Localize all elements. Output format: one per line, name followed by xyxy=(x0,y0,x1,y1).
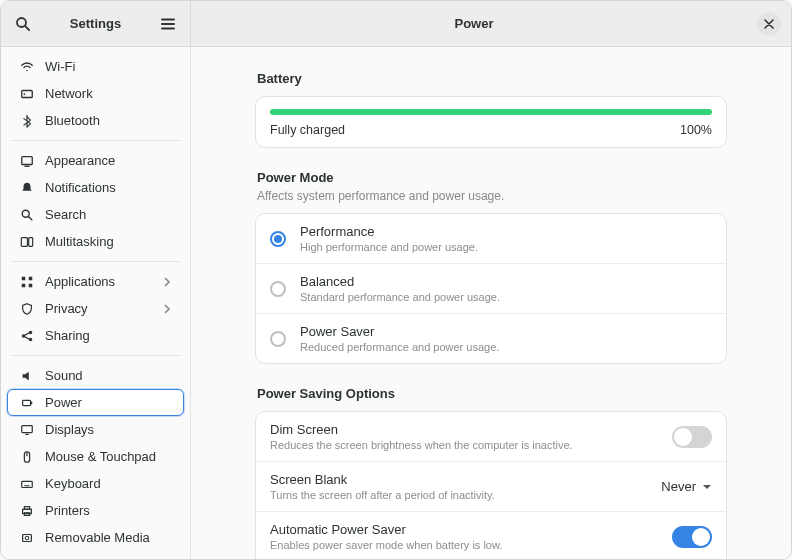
sidebar-item-label: Appearance xyxy=(45,153,172,168)
printers-icon xyxy=(19,504,35,518)
auto-power-saver-row[interactable]: Automatic Power Saver Enables power save… xyxy=(256,512,726,559)
svg-line-1 xyxy=(25,26,29,30)
radio-icon xyxy=(270,331,286,347)
search-button[interactable] xyxy=(9,10,37,38)
auto-power-saver-switch[interactable] xyxy=(672,526,712,548)
menu-button[interactable] xyxy=(154,10,182,38)
sidebar-item-removable[interactable]: Removable Media xyxy=(7,524,184,551)
svg-rect-11 xyxy=(22,283,26,287)
sidebar-item-label: Bluetooth xyxy=(45,113,172,128)
sidebar-item-label: Color xyxy=(45,557,172,559)
svg-rect-25 xyxy=(23,534,32,541)
saving-card: Dim Screen Reduces the screen brightness… xyxy=(255,411,727,559)
row-desc: Standard performance and power usage. xyxy=(300,291,712,303)
sidebar-item-label: Mouse & Touchpad xyxy=(45,449,172,464)
sidebar-item-applications[interactable]: Applications xyxy=(7,268,184,295)
row-title: Screen Blank xyxy=(270,472,661,487)
power-mode-balanced[interactable]: Balanced Standard performance and power … xyxy=(256,264,726,314)
svg-rect-16 xyxy=(23,400,31,405)
row-title: Balanced xyxy=(300,274,712,289)
radio-icon xyxy=(270,231,286,247)
battery-status: Fully charged xyxy=(270,123,345,137)
saving-section-title: Power Saving Options xyxy=(257,386,727,401)
power-mode-saver[interactable]: Power Saver Reduced performance and powe… xyxy=(256,314,726,363)
close-button[interactable] xyxy=(757,12,781,36)
sidebar-separator xyxy=(11,261,180,262)
svg-rect-7 xyxy=(21,237,27,246)
sidebar-item-printers[interactable]: Printers xyxy=(7,497,184,524)
bell-icon xyxy=(19,181,35,195)
sound-icon xyxy=(19,369,35,383)
svg-rect-21 xyxy=(22,481,33,487)
sidebar-item-label: Sound xyxy=(45,368,172,383)
sidebar-item-power[interactable]: Power xyxy=(7,389,184,416)
sidebar-item-displays[interactable]: Displays xyxy=(7,416,184,443)
sidebar-item-notifications[interactable]: Notifications xyxy=(7,174,184,201)
sidebar-item-network[interactable]: Network xyxy=(7,80,184,107)
appearance-icon xyxy=(19,154,35,168)
svg-rect-8 xyxy=(29,237,33,246)
svg-rect-2 xyxy=(22,90,33,97)
sidebar-item-privacy[interactable]: Privacy xyxy=(7,295,184,322)
battery-progress xyxy=(270,109,712,115)
bluetooth-icon xyxy=(19,114,35,128)
sidebar-item-sound[interactable]: Sound xyxy=(7,362,184,389)
sidebar-item-label: Search xyxy=(45,207,172,222)
displays-icon xyxy=(19,423,35,437)
sidebar: Wi-Fi Network Bluetooth Appearance Notif… xyxy=(1,47,191,559)
svg-line-6 xyxy=(29,216,32,219)
svg-rect-4 xyxy=(22,156,33,164)
removable-icon xyxy=(19,531,35,545)
search-icon xyxy=(15,16,31,32)
mouse-icon xyxy=(19,450,35,464)
sidebar-item-wifi[interactable]: Wi-Fi xyxy=(7,53,184,80)
sidebar-item-label: Power xyxy=(45,395,172,410)
row-desc: Reduces the screen brightness when the c… xyxy=(270,439,672,451)
row-title: Automatic Power Saver xyxy=(270,522,672,537)
sidebar-item-label: Network xyxy=(45,86,172,101)
sidebar-header: Settings xyxy=(1,1,191,46)
sidebar-item-bluetooth[interactable]: Bluetooth xyxy=(7,107,184,134)
svg-point-5 xyxy=(22,210,29,217)
dim-screen-switch[interactable] xyxy=(672,426,712,448)
svg-point-26 xyxy=(25,536,29,540)
screen-blank-value: Never xyxy=(661,479,696,494)
chevron-right-icon xyxy=(162,304,172,314)
multitasking-icon xyxy=(19,235,35,249)
svg-rect-17 xyxy=(31,401,32,404)
svg-point-14 xyxy=(29,330,33,334)
sidebar-item-label: Notifications xyxy=(45,180,172,195)
chevron-right-icon xyxy=(162,277,172,287)
sidebar-separator xyxy=(11,140,180,141)
sidebar-item-label: Multitasking xyxy=(45,234,172,249)
svg-rect-10 xyxy=(29,276,33,280)
privacy-icon xyxy=(19,302,35,316)
row-desc: Turns the screen off after a period of i… xyxy=(270,489,661,501)
power-mode-section-title: Power Mode xyxy=(257,170,727,185)
panel-header: Power xyxy=(191,1,791,46)
sidebar-item-mouse[interactable]: Mouse & Touchpad xyxy=(7,443,184,470)
network-icon xyxy=(19,87,35,101)
screen-blank-row[interactable]: Screen Blank Turns the screen off after … xyxy=(256,462,726,512)
hamburger-icon xyxy=(160,16,176,32)
row-title: Dim Screen xyxy=(270,422,672,437)
wifi-icon xyxy=(19,60,35,74)
power-mode-subtitle: Affects system performance and power usa… xyxy=(257,189,727,203)
close-icon xyxy=(764,19,774,29)
sidebar-item-search[interactable]: Search xyxy=(7,201,184,228)
chevron-down-icon xyxy=(702,482,712,492)
dim-screen-row[interactable]: Dim Screen Reduces the screen brightness… xyxy=(256,412,726,462)
sidebar-item-keyboard[interactable]: Keyboard xyxy=(7,470,184,497)
sidebar-item-appearance[interactable]: Appearance xyxy=(7,147,184,174)
battery-percent: 100% xyxy=(680,123,712,137)
radio-icon xyxy=(270,281,286,297)
keyboard-icon xyxy=(19,477,35,491)
sidebar-item-multitasking[interactable]: Multitasking xyxy=(7,228,184,255)
sidebar-item-label: Wi-Fi xyxy=(45,59,172,74)
sidebar-item-color[interactable]: Color xyxy=(7,551,184,559)
color-icon xyxy=(19,558,35,560)
svg-rect-18 xyxy=(22,425,33,432)
sidebar-item-sharing[interactable]: Sharing xyxy=(7,322,184,349)
battery-progress-fill xyxy=(270,109,712,115)
power-mode-performance[interactable]: Performance High performance and power u… xyxy=(256,214,726,264)
